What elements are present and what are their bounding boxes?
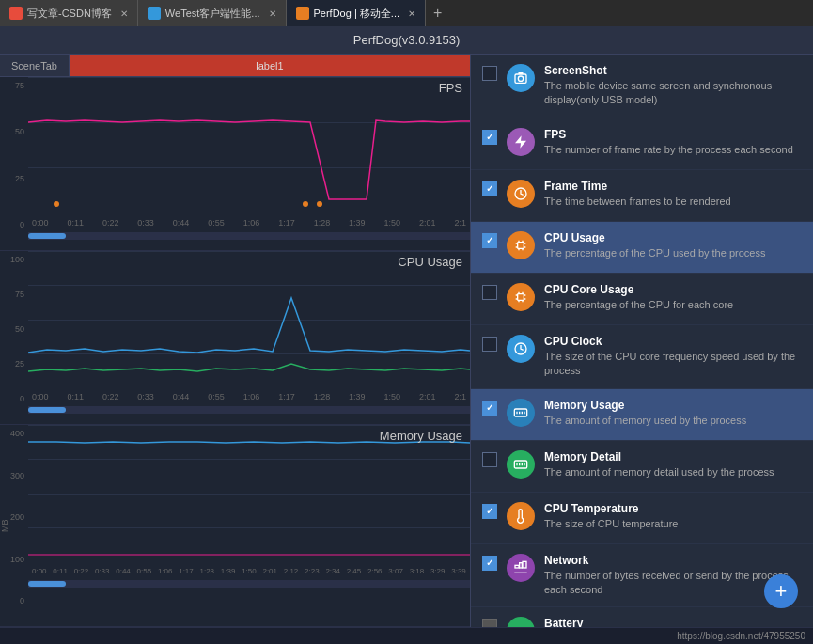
battery-icon (507, 617, 535, 627)
csdn-tab-close[interactable]: ✕ (120, 8, 128, 19)
wetest-tab-close[interactable]: ✕ (269, 8, 276, 19)
network-checkbox[interactable] (482, 556, 497, 571)
memory-usage-checkbox[interactable] (482, 401, 497, 416)
frametime-checkbox[interactable] (482, 181, 497, 196)
memory-chart-section: Memory Usage MB 400 300 200 100 0 (0, 425, 470, 627)
screenshot-text: ScreenShot The mobile device same screen… (544, 64, 802, 108)
scene-tab[interactable]: SceneTab (0, 55, 70, 76)
new-tab-button[interactable]: + (426, 5, 449, 22)
fps-chart-area (28, 77, 470, 213)
metric-item-battery[interactable]: Battery The amount of battery energy use… (471, 607, 813, 627)
cpu-x-axis: 0:00 0:11 0:22 0:33 0:44 0:55 1:06 1:17 … (28, 387, 470, 406)
fab-add-button[interactable]: + (764, 574, 798, 608)
cpu-usage-desc: The percentage of the CPU used by the pr… (544, 246, 802, 260)
fps-scrollbar[interactable] (28, 232, 470, 240)
left-panel: SceneTab label1 FPS 75 50 25 0 (0, 55, 470, 627)
cpu-scrollbar[interactable] (28, 406, 470, 414)
cpu-scrollbar-thumb[interactable] (28, 407, 66, 413)
cpu-clock-desc: The size of the CPU core frequency speed… (544, 350, 802, 379)
cpu-usage-text: CPU Usage The percentage of the CPU used… (544, 231, 802, 260)
wetest-tab-label: WeTest客户端性能... (165, 7, 260, 21)
scene-tab-bar: SceneTab label1 (0, 55, 470, 77)
screenshot-desc: The mobile device same screen and synchr… (544, 79, 802, 108)
memory-scrollbar-thumb[interactable] (28, 581, 66, 587)
cpu-temp-checkbox[interactable] (482, 504, 497, 519)
screenshot-title: ScreenShot (544, 64, 802, 77)
cpu-temp-icon (507, 502, 535, 530)
cpu-core-text: CPU Core Usage The percentage of the CPU… (544, 283, 802, 312)
memory-usage-desc: The amount of memory used by the process (544, 414, 802, 428)
network-desc: The number of bytes received or send by … (544, 569, 802, 598)
cpu-core-desc: The percentage of the CPU for each core (544, 298, 802, 312)
svg-rect-21 (520, 562, 523, 567)
cpu-core-title: CPU Core Usage (544, 283, 802, 296)
cpu-usage-checkbox[interactable] (482, 233, 497, 248)
metric-item-network[interactable]: Network The number of bytes received or … (471, 544, 813, 608)
fps-checkbox[interactable] (482, 130, 497, 145)
fps-title: FPS (544, 128, 802, 141)
cpu-temp-desc: The size of CPU temperature (544, 517, 802, 531)
network-text: Network The number of bytes received or … (544, 554, 802, 598)
svg-rect-7 (518, 242, 524, 248)
fps-chart-title: FPS (439, 81, 462, 95)
screenshot-checkbox[interactable] (482, 66, 497, 81)
browser-tab-perfdog[interactable]: PerfDog | 移动全... ✕ (287, 0, 427, 26)
memory-detail-checkbox[interactable] (482, 452, 497, 467)
svg-point-2 (317, 201, 322, 207)
frametime-title: Frame Time (544, 180, 802, 193)
cpu-clock-checkbox[interactable] (482, 337, 497, 352)
metric-item-cpu-clock[interactable]: CPU Clock The size of the CPU core frequ… (471, 325, 813, 389)
browser-tab-wetest[interactable]: WeTest客户端性能... ✕ (138, 0, 287, 26)
memory-scrollbar[interactable] (28, 580, 470, 588)
perfdog-tab-label: PerfDog | 移动全... (314, 7, 400, 21)
metric-item-fps[interactable]: FPS The number of frame rate by the proc… (471, 118, 813, 170)
memory-detail-text: Memory Detail The amount of memory detai… (544, 450, 802, 479)
cpu-clock-text: CPU Clock The size of the CPU core frequ… (544, 335, 802, 379)
metric-item-cpu-temp[interactable]: CPU Temperature The size of CPU temperat… (471, 493, 813, 544)
wetest-tab-icon (148, 7, 161, 20)
csdn-tab-icon (9, 7, 23, 20)
metric-item-frametime[interactable]: Frame Time The time between frames to be… (471, 170, 813, 222)
fps-desc: The number of frame rate by the process … (544, 143, 802, 157)
fps-scrollbar-thumb[interactable] (28, 233, 66, 239)
metric-item-memory-usage[interactable]: Memory Usage The amount of memory used b… (471, 389, 813, 441)
fps-chart-section: FPS 75 50 25 0 (0, 77, 470, 251)
browser-tab-csdn[interactable]: 写文章-CSDN博客 ✕ (0, 0, 138, 26)
frametime-icon (507, 180, 535, 208)
network-icon (507, 554, 535, 582)
fps-chart-svg (28, 77, 470, 213)
scene-tab-label: SceneTab (11, 60, 57, 71)
cpu-usage-title: CPU Usage (544, 231, 802, 244)
cpu-temp-text: CPU Temperature The size of CPU temperat… (544, 502, 802, 531)
perfdog-tab-icon (296, 7, 309, 20)
metric-item-memory-detail[interactable]: Memory Detail The amount of memory detai… (471, 441, 813, 493)
battery-title: Battery (544, 617, 802, 627)
svg-rect-20 (515, 565, 519, 568)
svg-point-4 (518, 76, 523, 81)
status-url: https://blog.csdn.net/47955250 (677, 631, 805, 641)
svg-rect-10 (514, 409, 526, 416)
memory-chart-svg (28, 425, 470, 561)
label1-tab[interactable]: label1 (70, 55, 470, 76)
cpu-clock-title: CPU Clock (544, 335, 802, 348)
svg-rect-15 (514, 461, 526, 468)
perfdog-tab-close[interactable]: ✕ (408, 8, 415, 19)
browser-tabs: 写文章-CSDN博客 ✕ WeTest客户端性能... ✕ PerfDog | … (0, 0, 813, 26)
right-panel: ScreenShot The mobile device same screen… (470, 55, 813, 627)
cpu-y-axis: 100 75 50 25 0 (0, 251, 28, 405)
main-content: SceneTab label1 FPS 75 50 25 0 (0, 55, 813, 627)
cpu-core-checkbox[interactable] (482, 285, 497, 300)
metric-item-cpu-core[interactable]: CPU Core Usage The percentage of the CPU… (471, 274, 813, 325)
memory-detail-desc: The amount of memory detail used by the … (544, 465, 802, 479)
cpu-core-icon (507, 283, 535, 311)
fps-x-axis: 0:00 0:11 0:22 0:33 0:44 0:55 1:06 1:17 … (28, 213, 470, 232)
battery-checkbox[interactable] (482, 619, 497, 627)
app-title: PerfDog(v3.0.9153) (353, 33, 460, 47)
csdn-tab-label: 写文章-CSDN博客 (27, 7, 112, 21)
fab-label: + (775, 579, 788, 604)
frametime-desc: The time between frames to be rendered (544, 195, 802, 209)
metric-item-cpu-usage[interactable]: CPU Usage The percentage of the CPU used… (471, 222, 813, 274)
metric-item-screenshot[interactable]: ScreenShot The mobile device same screen… (471, 55, 813, 118)
cpu-clock-icon (507, 335, 535, 363)
memory-chart-title: Memory Usage (380, 429, 462, 443)
